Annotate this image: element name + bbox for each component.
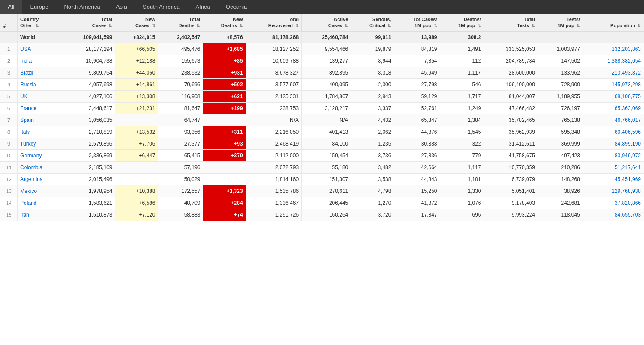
- country-link[interactable]: USA: [20, 46, 31, 52]
- country-link[interactable]: Germany: [20, 153, 42, 159]
- row-country[interactable]: USA: [18, 43, 61, 55]
- row-new-deaths: +74: [203, 209, 246, 221]
- tab-asia[interactable]: Asia: [108, 0, 135, 14]
- col-total-deaths[interactable]: TotalDeaths ⇅: [158, 14, 203, 32]
- country-link[interactable]: Russia: [20, 82, 36, 88]
- row-new-cases: [115, 161, 158, 173]
- world-num: [0, 31, 18, 43]
- row-new-cases: +6,447: [115, 149, 158, 161]
- row-country[interactable]: UK: [18, 90, 61, 102]
- row-tot-cases-1m: 15,250: [394, 185, 440, 197]
- row-deaths-1m: 1,384: [440, 114, 484, 126]
- row-total-cases: 1,583,621: [61, 197, 115, 209]
- row-deaths-1m: 1,249: [440, 102, 484, 114]
- row-serious: 2,943: [351, 90, 394, 102]
- row-tests-1m: 728,900: [538, 78, 583, 90]
- row-new-cases: +21,231: [115, 102, 158, 114]
- row-num: 7: [0, 114, 18, 126]
- col-tests-1m[interactable]: Tests/1M pop ⇅: [538, 14, 583, 32]
- row-population: 65,363,069: [583, 102, 644, 114]
- country-link[interactable]: France: [20, 105, 36, 111]
- tab-all[interactable]: All: [0, 0, 22, 14]
- row-population: 60,406,596: [583, 126, 644, 138]
- row-tests-1m: 1,189,955: [538, 90, 583, 102]
- row-new-cases: +13,532: [115, 126, 158, 138]
- row-total-cases: 2,185,169: [61, 161, 115, 173]
- row-country[interactable]: Turkey: [18, 138, 61, 149]
- row-deaths-1m: 696: [440, 209, 484, 221]
- row-active-cases: 270,611: [302, 185, 351, 197]
- row-country[interactable]: Russia: [18, 78, 61, 90]
- row-population: 51,217,641: [583, 161, 644, 173]
- row-new-cases: +66,505: [115, 43, 158, 55]
- world-deaths-1m: 308.2: [440, 31, 484, 43]
- country-link[interactable]: India: [20, 58, 32, 64]
- country-link[interactable]: Iran: [20, 212, 29, 218]
- row-country[interactable]: Germany: [18, 149, 61, 161]
- tab-north-america[interactable]: North America: [56, 0, 108, 14]
- row-total-cases: 2,579,896: [61, 138, 115, 149]
- row-country[interactable]: France: [18, 102, 61, 114]
- country-link[interactable]: Italy: [20, 129, 30, 135]
- row-new-cases: +12,188: [115, 55, 158, 67]
- col-total-tests[interactable]: TotalTests ⇅: [484, 14, 538, 32]
- col-new-cases[interactable]: NewCases ⇅: [115, 14, 158, 32]
- row-total-tests: 204,789,784: [484, 55, 538, 67]
- row-tests-1m: 1,003,977: [538, 43, 583, 55]
- country-link[interactable]: Mexico: [20, 188, 37, 194]
- row-country[interactable]: Colombia: [18, 161, 61, 173]
- country-link[interactable]: Spain: [20, 117, 34, 123]
- row-deaths-1m: 1,117: [440, 67, 484, 78]
- row-tot-cases-1m: 42,664: [394, 161, 440, 173]
- row-tests-1m: 210,286: [538, 161, 583, 173]
- row-active-cases: 401,413: [302, 126, 351, 138]
- col-total-cases[interactable]: TotalCases ⇅: [61, 14, 115, 32]
- col-new-deaths[interactable]: NewDeaths ⇅: [203, 14, 246, 32]
- tab-south-america[interactable]: South America: [135, 0, 188, 14]
- col-num[interactable]: #: [0, 14, 18, 32]
- row-country[interactable]: Italy: [18, 126, 61, 138]
- row-country[interactable]: Iran: [18, 209, 61, 221]
- row-total-cases: 4,057,698: [61, 78, 115, 90]
- col-country[interactable]: Country,Other ⇅: [18, 14, 61, 32]
- col-active-cases[interactable]: ActiveCases ⇅: [302, 14, 351, 32]
- row-new-deaths: +502: [203, 78, 246, 90]
- row-total-recovered: 18,127,252: [246, 43, 302, 55]
- row-active-cases: 151,307: [302, 173, 351, 185]
- row-total-recovered: 1,291,726: [246, 209, 302, 221]
- col-total-recovered[interactable]: TotalRecovered ⇅: [246, 14, 302, 32]
- row-new-cases: +7,120: [115, 209, 158, 221]
- row-total-tests: 31,412,611: [484, 138, 538, 149]
- row-total-tests: 5,051,401: [484, 185, 538, 197]
- row-population: 332,203,863: [583, 43, 644, 55]
- row-country[interactable]: Mexico: [18, 185, 61, 197]
- row-country[interactable]: India: [18, 55, 61, 67]
- row-serious: 3,337: [351, 102, 394, 114]
- col-population[interactable]: Population ⇅: [583, 14, 644, 32]
- row-total-cases: 9,809,754: [61, 67, 115, 78]
- country-link[interactable]: Brazil: [20, 70, 33, 76]
- row-new-cases: +7,706: [115, 138, 158, 149]
- row-country[interactable]: Spain: [18, 114, 61, 126]
- row-country[interactable]: Poland: [18, 197, 61, 209]
- tab-africa[interactable]: Africa: [188, 0, 218, 14]
- tab-oceania[interactable]: Oceania: [218, 0, 255, 14]
- table-row: 8 Italy 2,710,819 +13,532 93,356 +311 2,…: [0, 126, 644, 138]
- tab-europe[interactable]: Europe: [22, 0, 56, 14]
- world-total-recovered: 81,178,268: [246, 31, 302, 43]
- country-link[interactable]: Colombia: [20, 164, 42, 171]
- country-link[interactable]: UK: [20, 93, 28, 100]
- row-country[interactable]: Brazil: [18, 67, 61, 78]
- table-row: 7 Spain 3,056,035 64,747 N/A N/A 4,432 6…: [0, 114, 644, 126]
- row-num: 5: [0, 90, 18, 102]
- col-tot-cases-1m[interactable]: Tot Cases/1M pop ⇅: [394, 14, 440, 32]
- row-deaths-1m: 1,076: [440, 197, 484, 209]
- row-total-tests: 9,178,403: [484, 197, 538, 209]
- row-new-deaths: +1,323: [203, 185, 246, 197]
- col-serious[interactable]: Serious,Critical ⇅: [351, 14, 394, 32]
- row-country[interactable]: Argentina: [18, 173, 61, 185]
- country-link[interactable]: Argentina: [20, 176, 42, 182]
- country-link[interactable]: Poland: [20, 200, 36, 206]
- col-deaths-1m[interactable]: Deaths/1M pop ⇅: [440, 14, 484, 32]
- country-link[interactable]: Turkey: [20, 141, 36, 147]
